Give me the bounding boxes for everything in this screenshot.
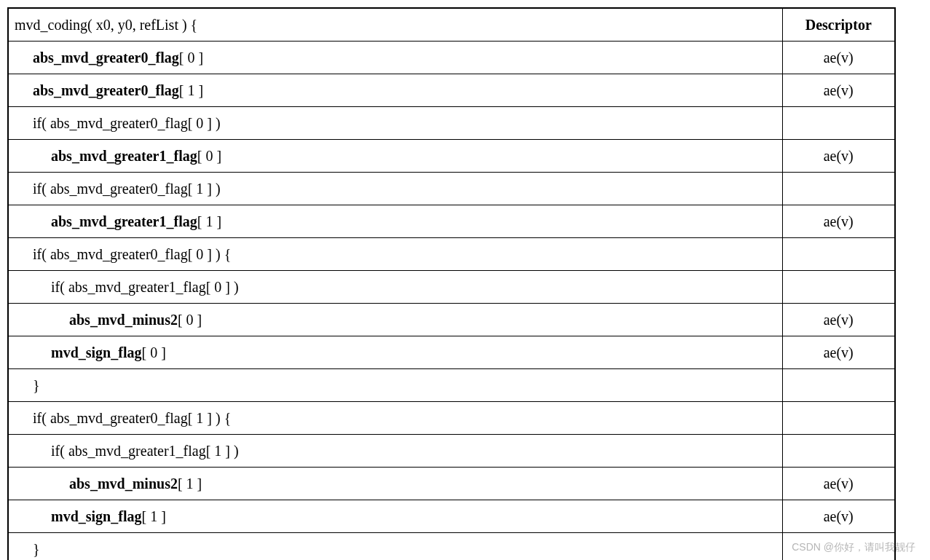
- descriptor-cell: ae(v): [782, 42, 895, 74]
- code-cell: if( abs_mvd_greater1_flag[ 1 ] ): [8, 435, 782, 468]
- code-cell: }: [8, 533, 782, 561]
- syntax-element-suffix: [ 1 ]: [179, 82, 203, 98]
- descriptor-header: Descriptor: [782, 8, 895, 42]
- code-cell: abs_mvd_greater1_flag[ 1 ]: [8, 205, 782, 238]
- syntax-element-bold: abs_mvd_minus2: [69, 312, 178, 328]
- table-row: abs_mvd_greater1_flag[ 0 ]ae(v): [8, 140, 895, 173]
- descriptor-cell: [782, 271, 895, 304]
- code-cell: abs_mvd_minus2[ 1 ]: [8, 468, 782, 500]
- syntax-element-suffix: [ 0 ]: [178, 312, 202, 328]
- syntax-element-suffix: [ 0 ]: [197, 148, 221, 164]
- descriptor-cell: ae(v): [782, 336, 895, 369]
- table-row: }: [8, 533, 895, 561]
- code-cell: if( abs_mvd_greater0_flag[ 1 ] ) {: [8, 402, 782, 435]
- descriptor-cell: [782, 173, 895, 205]
- descriptor-cell: [782, 402, 895, 435]
- header-code-cell: mvd_coding( x0, y0, refList ) {: [8, 8, 782, 42]
- table-row: abs_mvd_minus2[ 1 ]ae(v): [8, 468, 895, 500]
- code-cell: mvd_sign_flag[ 1 ]: [8, 500, 782, 533]
- table-row: }: [8, 369, 895, 402]
- table-row: if( abs_mvd_greater0_flag[ 0 ] ) {: [8, 238, 895, 271]
- syntax-element-text: }: [33, 541, 40, 557]
- code-cell: mvd_sign_flag[ 0 ]: [8, 336, 782, 369]
- syntax-element-text: if( abs_mvd_greater1_flag[ 1 ] ): [51, 443, 239, 459]
- code-cell: if( abs_mvd_greater1_flag[ 0 ] ): [8, 271, 782, 304]
- syntax-element-bold: abs_mvd_greater0_flag: [33, 82, 179, 98]
- table-row: abs_mvd_greater0_flag[ 1 ]ae(v): [8, 74, 895, 107]
- syntax-element-text: if( abs_mvd_greater0_flag[ 0 ] ): [33, 115, 221, 131]
- syntax-element-text: if( abs_mvd_greater0_flag[ 0 ] ) {: [33, 246, 231, 262]
- descriptor-cell: ae(v): [782, 304, 895, 336]
- table-row: abs_mvd_minus2[ 0 ]ae(v): [8, 304, 895, 336]
- syntax-element-text: if( abs_mvd_greater1_flag[ 0 ] ): [51, 279, 239, 295]
- descriptor-cell: ae(v): [782, 500, 895, 533]
- descriptor-cell: [782, 238, 895, 271]
- code-cell: abs_mvd_greater1_flag[ 0 ]: [8, 140, 782, 173]
- descriptor-cell: ae(v): [782, 140, 895, 173]
- table-header-row: mvd_coding( x0, y0, refList ) { Descript…: [8, 8, 895, 42]
- syntax-element-text: }: [33, 377, 40, 393]
- descriptor-cell: ae(v): [782, 205, 895, 238]
- table-row: if( abs_mvd_greater0_flag[ 1 ] ) {: [8, 402, 895, 435]
- descriptor-cell: [782, 435, 895, 468]
- syntax-element-suffix: [ 1 ]: [197, 213, 221, 229]
- table-row: if( abs_mvd_greater1_flag[ 1 ] ): [8, 435, 895, 468]
- syntax-element-suffix: [ 1 ]: [178, 476, 202, 492]
- code-cell: if( abs_mvd_greater0_flag[ 0 ] ): [8, 107, 782, 140]
- syntax-element-suffix: [ 0 ]: [141, 344, 165, 360]
- table-row: if( abs_mvd_greater0_flag[ 0 ] ): [8, 107, 895, 140]
- syntax-element-bold: abs_mvd_greater0_flag: [33, 50, 179, 66]
- table-row: abs_mvd_greater0_flag[ 0 ]ae(v): [8, 42, 895, 74]
- descriptor-cell: [782, 369, 895, 402]
- code-cell: abs_mvd_greater0_flag[ 1 ]: [8, 74, 782, 107]
- code-cell: if( abs_mvd_greater0_flag[ 0 ] ) {: [8, 238, 782, 271]
- syntax-element-bold: abs_mvd_minus2: [69, 476, 178, 492]
- descriptor-cell: ae(v): [782, 468, 895, 500]
- syntax-element-text: if( abs_mvd_greater0_flag[ 1 ] ) {: [33, 410, 231, 426]
- syntax-element-bold: abs_mvd_greater1_flag: [51, 148, 197, 164]
- table-row: if( abs_mvd_greater0_flag[ 1 ] ): [8, 173, 895, 205]
- syntax-element-bold: mvd_sign_flag: [51, 508, 141, 524]
- code-cell: if( abs_mvd_greater0_flag[ 1 ] ): [8, 173, 782, 205]
- code-cell: }: [8, 369, 782, 402]
- descriptor-cell: [782, 533, 895, 561]
- syntax-element-bold: abs_mvd_greater1_flag: [51, 213, 197, 229]
- table-row: if( abs_mvd_greater1_flag[ 0 ] ): [8, 271, 895, 304]
- syntax-element-text: if( abs_mvd_greater0_flag[ 1 ] ): [33, 181, 221, 197]
- syntax-element-bold: mvd_sign_flag: [51, 344, 141, 360]
- descriptor-cell: [782, 107, 895, 140]
- descriptor-cell: ae(v): [782, 74, 895, 107]
- table-row: mvd_sign_flag[ 0 ]ae(v): [8, 336, 895, 369]
- code-cell: abs_mvd_minus2[ 0 ]: [8, 304, 782, 336]
- syntax-element-suffix: [ 0 ]: [179, 50, 203, 66]
- syntax-element-suffix: [ 1 ]: [141, 508, 165, 524]
- syntax-table: mvd_coding( x0, y0, refList ) { Descript…: [7, 7, 896, 560]
- table-row: abs_mvd_greater1_flag[ 1 ]ae(v): [8, 205, 895, 238]
- code-cell: abs_mvd_greater0_flag[ 0 ]: [8, 42, 782, 74]
- table-row: mvd_sign_flag[ 1 ]ae(v): [8, 500, 895, 533]
